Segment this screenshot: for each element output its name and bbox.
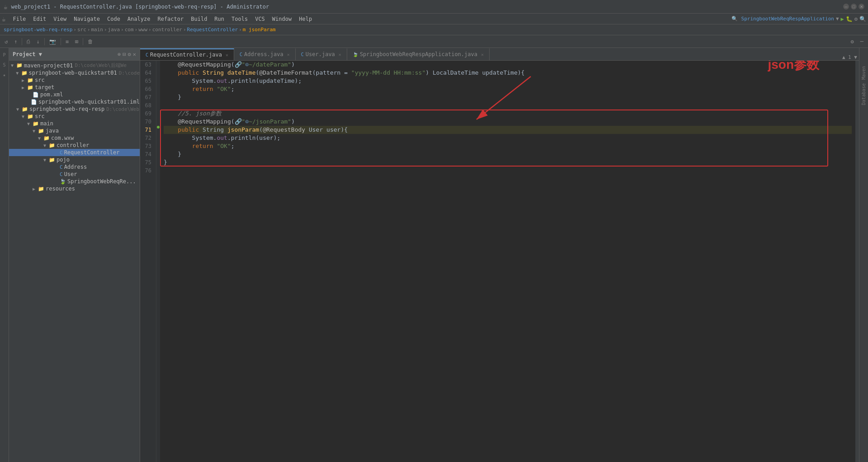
code-line-67: }: [164, 93, 852, 101]
menu-analyze[interactable]: Analyze: [124, 15, 154, 23]
maven-icon[interactable]: Maven: [861, 66, 866, 80]
tab-user-label: User.java: [306, 51, 335, 57]
code-line-68: [164, 101, 852, 110]
tab-user[interactable]: C User.java ✕: [296, 48, 347, 60]
breadcrumb: springboot-web-req-resp › src › main › j…: [0, 24, 868, 35]
tree-item-address[interactable]: C Address: [9, 163, 140, 171]
code-content[interactable]: @RequestMapping(🔗"⊙~/dateParam") public …: [160, 61, 855, 462]
tab-requestcontroller-close[interactable]: ✕: [226, 52, 228, 57]
vertical-scrollbar[interactable]: [855, 61, 859, 462]
menu-tools[interactable]: Tools: [228, 15, 251, 23]
line-number-indicator: ▲ 1 ▼: [842, 54, 857, 60]
collapse-icon[interactable]: ⊟: [123, 51, 126, 57]
project-header-icons: ⊕ ⊟ ⚙ ✕: [118, 51, 136, 57]
structure-icon[interactable]: S: [0, 61, 9, 69]
tree-item-pom[interactable]: 📄 pom.xml: [9, 91, 140, 98]
menu-refactor[interactable]: Refactor: [154, 15, 187, 23]
menu-window[interactable]: Window: [269, 15, 295, 23]
breakpoint-marker: [157, 126, 160, 129]
tree-item-req-resp[interactable]: ▼ 📁 springboot-web-req-resp D:\code\Web: [9, 105, 140, 113]
right-panel: C RequestController.java ✕ C Address.jav…: [140, 48, 859, 462]
gear-button[interactable]: ⚙: [848, 38, 857, 46]
trash-button[interactable]: 🗑: [85, 38, 96, 46]
menu-help[interactable]: Help: [295, 15, 316, 23]
gutter: [156, 61, 160, 462]
tree-item-target[interactable]: ▶ 📁 target: [9, 84, 140, 91]
breadcrumb-project[interactable]: springboot-web-req-resp: [4, 27, 72, 33]
locate-icon[interactable]: ⊕: [118, 51, 121, 57]
run-config-dropdown[interactable]: ▼: [836, 16, 839, 22]
database-icon[interactable]: Database: [861, 83, 866, 105]
tree-item-java[interactable]: ▼ 📁 java: [9, 127, 140, 134]
tree-item-main[interactable]: ▼ 📁 main: [9, 120, 140, 127]
tree-item-pojo[interactable]: ▼ 📁 pojo: [9, 156, 140, 163]
maximize-button[interactable]: □: [851, 4, 857, 10]
tab-springbootapp-label: SpringbootWebReqRespApplication.java: [360, 51, 477, 57]
project-panel: Project ▼ ⊕ ⊟ ⚙ ✕ ▼ 📁 maven-project01 D:…: [9, 48, 140, 462]
camera-button[interactable]: 📷: [47, 38, 59, 46]
minimize-button[interactable]: ─: [843, 4, 849, 10]
tab-requestcontroller-label: RequestController.java: [150, 52, 222, 58]
tab-address-label: Address.java: [244, 51, 283, 57]
project-tree: ▼ 📁 maven-project01 D:\code\Web\后端We ▼ 📁…: [9, 61, 140, 462]
tree-item-user[interactable]: C User: [9, 171, 140, 178]
menu-file[interactable]: File: [9, 15, 29, 23]
code-line-73: return "OK";: [164, 142, 852, 150]
tree-item-resources[interactable]: ▶ 📁 resources: [9, 185, 140, 192]
code-line-66: return "OK";: [164, 85, 852, 93]
menu-build[interactable]: Build: [187, 15, 211, 23]
rerun-button[interactable]: ↺: [2, 38, 10, 46]
close-panel-icon[interactable]: ✕: [133, 51, 136, 57]
tab-requestcontroller[interactable]: C RequestController.java ✕: [140, 48, 234, 60]
tab-address[interactable]: C Address.java ✕: [234, 48, 296, 60]
tree-item-maven-project01[interactable]: ▼ 📁 maven-project01 D:\code\Web\后端We: [9, 62, 140, 69]
tab-address-close[interactable]: ✕: [287, 52, 290, 57]
app-icon: ☕: [2, 15, 5, 23]
editor-area: 63 64 65 66 67 68 69 70 71 72 73 74 75 7…: [140, 61, 859, 462]
favorites-icon[interactable]: ★: [0, 71, 9, 79]
tree-item-src2[interactable]: ▼ 📁 src: [9, 113, 140, 120]
right-side-icons: Maven Database: [859, 48, 868, 462]
tree-item-controller[interactable]: ▼ 📁 controller: [9, 142, 140, 149]
menu-run[interactable]: Run: [211, 15, 228, 23]
menu-navigate[interactable]: Navigate: [70, 15, 104, 23]
menu-edit[interactable]: Edit: [29, 15, 50, 23]
tab-springbootapp-close[interactable]: ✕: [481, 52, 484, 57]
search-area[interactable]: 🔍: [731, 16, 738, 22]
line-numbers: 63 64 65 66 67 68 69 70 71 72 73 74 75 7…: [140, 61, 156, 462]
code-line-76: [164, 167, 852, 175]
toolbar: ↺ ↑ ⎙ ↓ 📷 ≡ ⊞ 🗑 ⚙ ─: [0, 35, 868, 48]
code-line-65: System.out.println(updateTime);: [164, 77, 852, 85]
toolbar-sep1: [22, 38, 22, 45]
tree-item-springbootapp[interactable]: 🍃 SpringbootWebReqRe...: [9, 178, 140, 185]
project-panel-header: Project ▼ ⊕ ⊟ ⚙ ✕: [9, 48, 140, 61]
tree-item-requestcontroller[interactable]: C RequestController: [9, 149, 140, 156]
json-annotation: json参数: [768, 61, 819, 69]
menu-view[interactable]: View: [50, 15, 70, 23]
run-button[interactable]: ▶: [841, 16, 844, 22]
sort-button[interactable]: ≡: [63, 38, 71, 46]
tree-item-quickstart01[interactable]: ▼ 📁 springboot-web-quickstart01 D:\code: [9, 69, 140, 76]
minus-button[interactable]: ─: [858, 38, 866, 46]
settings-icon[interactable]: ⚙: [128, 51, 131, 57]
menu-vcs[interactable]: VCS: [251, 15, 269, 23]
push-button[interactable]: ↓: [33, 38, 42, 46]
code-line-64: public String dateTime(@DateTimeFormat(p…: [164, 69, 852, 77]
tree-item-comwxw[interactable]: ▼ 📁 com.wxw: [9, 134, 140, 142]
debug-button[interactable]: 🐛: [846, 16, 853, 22]
code-line-72: System.out.println(user);: [164, 134, 852, 142]
filter-button[interactable]: ⊞: [72, 38, 81, 46]
up-button[interactable]: ↑: [11, 38, 20, 46]
settings-icon[interactable]: ⚙: [854, 16, 858, 22]
title-bar-controls: ─ □ ✕: [843, 4, 864, 10]
tree-item-iml[interactable]: 📄 springboot-web-quickstart01.iml: [9, 98, 140, 105]
tree-item-src1[interactable]: ▶ 📁 src: [9, 76, 140, 84]
tab-springbootapp[interactable]: 🍃 SpringbootWebReqRespApplication.java ✕: [347, 48, 490, 60]
close-button[interactable]: ✕: [859, 4, 864, 10]
title-bar-title: web_project1 - RequestController.java [s…: [11, 4, 269, 10]
commit-button[interactable]: ⎙: [24, 38, 33, 46]
tab-user-close[interactable]: ✕: [339, 52, 341, 57]
project-icon[interactable]: P: [0, 51, 9, 59]
menu-code[interactable]: Code: [104, 15, 124, 23]
search-icon[interactable]: 🔍: [859, 16, 866, 22]
